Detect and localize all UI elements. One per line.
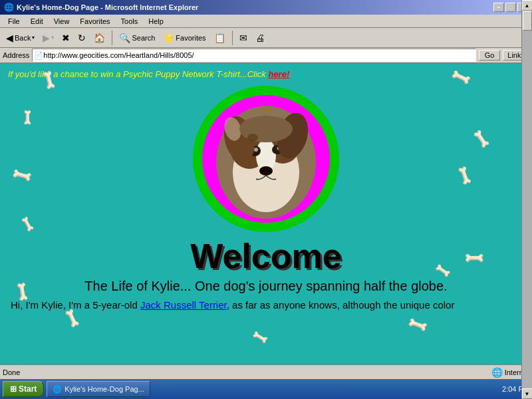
search-icon: 🔍 [119,33,130,43]
address-label: Address [3,51,29,59]
dog-circle-wrap [8,86,524,232]
back-button[interactable]: ◀ Back ▾ [3,31,38,45]
browser-content: 🦴 🦴 🦴 🦴 🦴 🦴 🦴 🦴 🦴 🦴 🦴 🦴 🦴 🦴 If you'd lik… [0,64,532,364]
bio-intro: Hi, I'm Kylie, I'm a 5-year-old [11,299,140,311]
address-input-wrap[interactable]: 📄 [32,49,475,62]
globe-icon: 🌐 [491,367,503,378]
favorites-button[interactable]: ⭐ Favorites [160,31,209,45]
menu-favorites[interactable]: Favorites [74,16,115,27]
svg-point-16 [247,134,258,142]
address-bar: Address 📄 Go Links [0,48,532,64]
taskbar: ⊞ Start 🌐 Kylie's Home-Dog Pag... 2:04 P… [0,379,532,399]
subtitle-text: The Life of Kylie... One dog's journey s… [8,279,524,294]
stop-icon: ✖ [62,33,70,43]
separator-2 [232,31,233,45]
menu-edit[interactable]: Edit [25,16,49,27]
start-label: Start [19,384,37,394]
toolbar: ◀ Back ▾ ▶ ▾ ✖ ↻ 🏠 🔍 Search ⭐ Favorites … [0,28,532,48]
home-button[interactable]: 🏠 [90,31,108,45]
stop-button[interactable]: ✖ [59,31,73,45]
menu-file[interactable]: File [3,16,25,27]
menu-tools[interactable]: Tools [116,16,144,27]
maximize-button[interactable]: □ [505,3,516,12]
menu-help[interactable]: Help [143,16,169,27]
windows-logo: ⊞ [10,384,17,394]
forward-icon: ▶ [43,33,50,43]
print-button[interactable]: 🖨 [252,31,268,45]
status-text: Done [3,368,489,376]
bone-12: 🦴 [406,314,430,337]
page-icon: 📄 [34,51,43,60]
status-bar: Done 🌐 Internet [0,364,532,379]
promo-text: If you'd like a chance to win a Psychic … [8,69,524,79]
dog-svg [203,92,329,225]
forward-chevron: ▾ [51,35,54,41]
print-icon: 🖨 [255,33,265,43]
mail-button[interactable]: ✉ [236,31,251,45]
history-button[interactable]: 📋 [211,31,229,45]
search-label: Search [132,34,155,42]
scrollbar: ▲ ▼ [521,64,532,364]
favorites-label: Favorites [176,34,205,42]
favorites-icon: ⭐ [163,33,174,43]
content-area: 🦴 🦴 🦴 🦴 🦴 🦴 🦴 🦴 🦴 🦴 🦴 🦴 🦴 🦴 If you'd lik… [0,64,532,364]
svg-point-7 [254,148,258,152]
window-title: Kylie's Home-Dog Page - Microsoft Intern… [17,3,198,11]
search-button[interactable]: 🔍 Search [116,31,158,45]
scroll-track[interactable] [522,64,533,364]
title-bar-left: 🌐 Kylie's Home-Dog Page - Microsoft Inte… [4,3,198,12]
refresh-icon: ↻ [78,33,86,43]
taskbar-window-label: Kylie's Home-Dog Pag... [65,385,144,393]
back-chevron: ▾ [32,35,35,41]
taskbar-window-item[interactable]: 🌐 Kylie's Home-Dog Pag... [47,381,150,397]
taskbar-ie-icon: 🌐 [53,385,62,394]
browser-icon: 🌐 [4,3,14,12]
svg-point-10 [261,170,265,173]
bio-after: , as far as anyone knows, although the u… [227,299,455,311]
back-icon: ◀ [6,33,13,43]
dog-image-circle [193,86,339,232]
go-button[interactable]: Go [479,50,501,61]
address-input[interactable] [43,51,473,59]
title-bar: 🌐 Kylie's Home-Dog Page - Microsoft Inte… [0,0,532,15]
menu-view[interactable]: View [49,16,75,27]
bone-14: 🦴 [251,329,269,346]
bio-text: Hi, I'm Kylie, I'm a 5-year-old Jack Rus… [11,299,521,311]
browser-window: 🌐 Kylie's Home-Dog Page - Microsoft Inte… [0,0,532,399]
forward-button[interactable]: ▶ ▾ [39,31,57,45]
mail-icon: ✉ [239,33,247,43]
bone-10: 🦴 [434,262,451,279]
separator-1 [112,31,112,45]
promo-link[interactable]: here! [268,69,289,79]
home-icon: 🏠 [94,33,105,43]
svg-point-15 [239,116,293,142]
minimize-button[interactable]: − [493,3,504,12]
start-button[interactable]: ⊞ Start [3,381,44,397]
bio-breed-link[interactable]: Jack Russell Terrier [140,299,227,311]
svg-point-11 [267,170,271,173]
refresh-button[interactable]: ↻ [74,31,89,45]
history-icon: 📋 [214,33,225,43]
page-inner: If you'd like a chance to win a Psychic … [0,64,532,316]
menu-bar: File Edit View Favorites Tools Help [0,15,532,28]
bone-4: 🦴 [471,129,491,149]
back-label: Back [15,34,31,42]
